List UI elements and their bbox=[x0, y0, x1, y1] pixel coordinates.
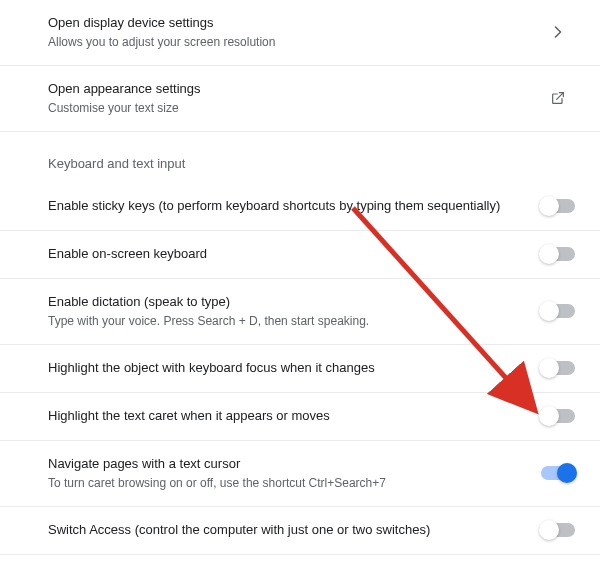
toggle-knob bbox=[557, 463, 577, 483]
open-display-settings-text: Open display device settingsAllows you t… bbox=[48, 14, 540, 51]
highlight-keyboard-focus-row[interactable]: Highlight the object with keyboard focus… bbox=[0, 345, 600, 393]
switch-access-row[interactable]: Switch Access (control the computer with… bbox=[0, 507, 600, 555]
toggle-knob bbox=[539, 520, 559, 540]
enable-sticky-keys-toggle[interactable] bbox=[541, 199, 575, 213]
open-keyboard-settings-row[interactable]: Open keyboard device settingsAllows you … bbox=[0, 555, 600, 563]
highlight-text-caret-row[interactable]: Highlight the text caret when it appears… bbox=[0, 393, 600, 441]
enable-dictation-trailing bbox=[540, 304, 576, 318]
enable-sticky-keys-text: Enable sticky keys (to perform keyboard … bbox=[48, 197, 540, 215]
highlight-keyboard-focus-toggle[interactable] bbox=[541, 361, 575, 375]
external-link-icon bbox=[540, 90, 576, 106]
navigate-text-cursor-text: Navigate pages with a text cursorTo turn… bbox=[48, 455, 540, 492]
navigate-text-cursor-row[interactable]: Navigate pages with a text cursorTo turn… bbox=[0, 441, 600, 507]
enable-onscreen-keyboard-row[interactable]: Enable on-screen keyboard bbox=[0, 231, 600, 279]
highlight-text-caret-title: Highlight the text caret when it appears… bbox=[48, 407, 528, 425]
enable-onscreen-keyboard-toggle[interactable] bbox=[541, 247, 575, 261]
open-appearance-settings-title: Open appearance settings bbox=[48, 80, 528, 98]
switch-access-title: Switch Access (control the computer with… bbox=[48, 521, 528, 539]
navigate-text-cursor-subtitle: To turn caret browsing on or off, use th… bbox=[48, 475, 528, 492]
highlight-keyboard-focus-text: Highlight the object with keyboard focus… bbox=[48, 359, 540, 377]
open-appearance-settings-row[interactable]: Open appearance settingsCustomise your t… bbox=[0, 66, 600, 132]
open-display-settings-title: Open display device settings bbox=[48, 14, 528, 32]
enable-sticky-keys-row[interactable]: Enable sticky keys (to perform keyboard … bbox=[0, 183, 600, 231]
open-appearance-settings-text: Open appearance settingsCustomise your t… bbox=[48, 80, 540, 117]
toggle-knob bbox=[539, 406, 559, 426]
open-display-settings-subtitle: Allows you to adjust your screen resolut… bbox=[48, 34, 528, 51]
enable-sticky-keys-trailing bbox=[540, 199, 576, 213]
navigate-text-cursor-trailing bbox=[540, 466, 576, 480]
enable-dictation-toggle[interactable] bbox=[541, 304, 575, 318]
enable-dictation-row[interactable]: Enable dictation (speak to type)Type wit… bbox=[0, 279, 600, 345]
highlight-text-caret-text: Highlight the text caret when it appears… bbox=[48, 407, 540, 425]
enable-dictation-title: Enable dictation (speak to type) bbox=[48, 293, 528, 311]
highlight-text-caret-trailing bbox=[540, 409, 576, 423]
highlight-keyboard-focus-trailing bbox=[540, 361, 576, 375]
open-display-settings-row[interactable]: Open display device settingsAllows you t… bbox=[0, 0, 600, 66]
section-header-keyboard: Keyboard and text input bbox=[0, 132, 600, 183]
enable-onscreen-keyboard-text: Enable on-screen keyboard bbox=[48, 245, 540, 263]
enable-onscreen-keyboard-trailing bbox=[540, 247, 576, 261]
open-appearance-settings-subtitle: Customise your text size bbox=[48, 100, 528, 117]
navigate-text-cursor-toggle[interactable] bbox=[541, 466, 575, 480]
switch-access-toggle[interactable] bbox=[541, 523, 575, 537]
enable-sticky-keys-title: Enable sticky keys (to perform keyboard … bbox=[48, 197, 528, 215]
enable-onscreen-keyboard-title: Enable on-screen keyboard bbox=[48, 245, 528, 263]
toggle-knob bbox=[539, 196, 559, 216]
settings-list: Open display device settingsAllows you t… bbox=[0, 0, 600, 563]
enable-dictation-text: Enable dictation (speak to type)Type wit… bbox=[48, 293, 540, 330]
switch-access-trailing bbox=[540, 523, 576, 537]
switch-access-text: Switch Access (control the computer with… bbox=[48, 521, 540, 539]
toggle-knob bbox=[539, 301, 559, 321]
chevron-right-icon bbox=[540, 26, 576, 38]
enable-dictation-subtitle: Type with your voice. Press Search + D, … bbox=[48, 313, 528, 330]
toggle-knob bbox=[539, 244, 559, 264]
navigate-text-cursor-title: Navigate pages with a text cursor bbox=[48, 455, 528, 473]
toggle-knob bbox=[539, 358, 559, 378]
highlight-keyboard-focus-title: Highlight the object with keyboard focus… bbox=[48, 359, 528, 377]
highlight-text-caret-toggle[interactable] bbox=[541, 409, 575, 423]
